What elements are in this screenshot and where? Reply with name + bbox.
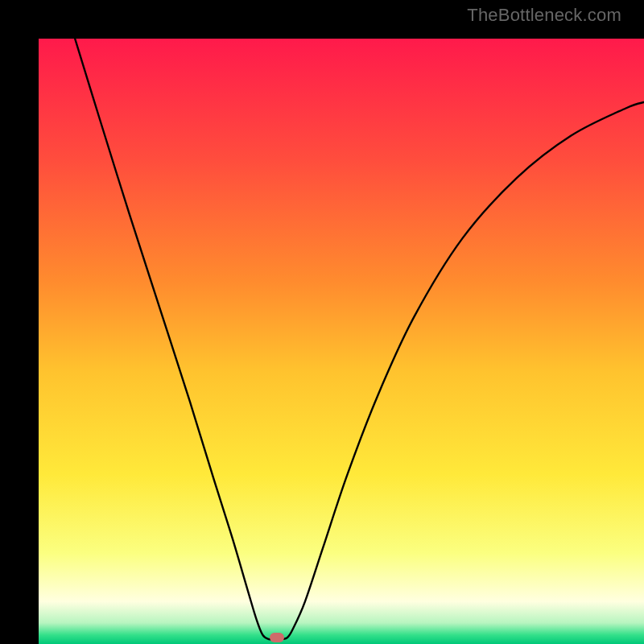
bottleneck-chart: [39, 39, 644, 644]
plot-area: [39, 39, 644, 644]
chart-frame: [0, 0, 644, 644]
minimum-marker-icon: [270, 633, 284, 642]
watermark-text: TheBottleneck.com: [467, 5, 621, 26]
gradient-background: [39, 39, 644, 644]
